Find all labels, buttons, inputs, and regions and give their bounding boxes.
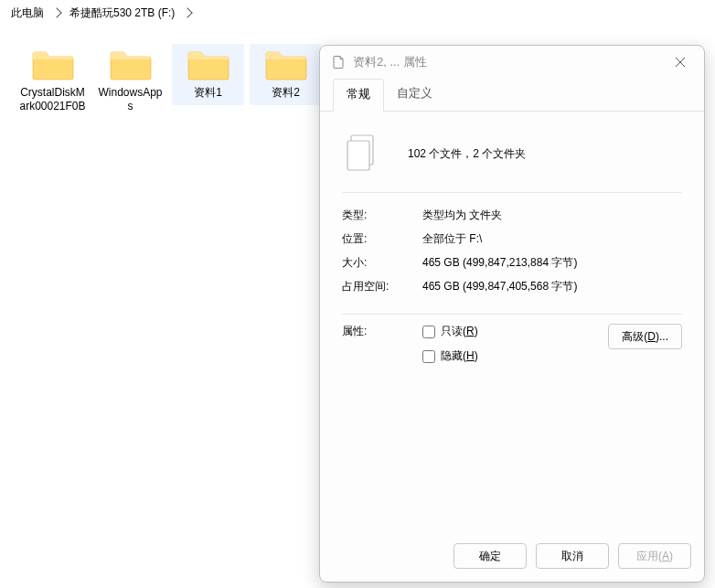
cancel-button[interactable]: 取消 xyxy=(536,543,609,569)
folder-item[interactable]: CrystalDiskMark00021F0B xyxy=(16,44,89,119)
document-icon xyxy=(331,55,346,69)
summary-text: 102 个文件，2 个文件夹 xyxy=(408,146,526,162)
readonly-checkbox-row[interactable]: 只读(R) xyxy=(422,324,478,339)
attributes-label: 属性: xyxy=(342,324,422,339)
location-value: 全部位于 F:\ xyxy=(422,231,682,247)
folder-label: WindowsApps xyxy=(96,86,165,113)
type-value: 类型均为 文件夹 xyxy=(422,208,682,223)
dialog-title-text: 资料2, ... 属性 xyxy=(353,54,667,70)
readonly-checkbox[interactable] xyxy=(422,326,435,338)
chevron-right-icon[interactable] xyxy=(183,7,193,17)
folder-label: CrystalDiskMark00021F0B xyxy=(18,86,87,113)
folder-item[interactable]: 资料1 xyxy=(172,44,244,105)
tab-custom[interactable]: 自定义 xyxy=(384,79,445,111)
hidden-checkbox-row[interactable]: 隐藏(H) xyxy=(422,348,478,364)
folder-label: 资料1 xyxy=(194,86,222,100)
folder-icon xyxy=(187,48,230,82)
breadcrumb-drive[interactable]: 希捷酷玩530 2TB (F:) xyxy=(68,4,176,23)
advanced-button[interactable]: 高级(D)... xyxy=(608,324,682,349)
disk-size-value: 465 GB (499,847,405,568 字节) xyxy=(422,279,682,294)
pages-icon xyxy=(342,132,382,176)
folder-item[interactable]: WindowsApps xyxy=(94,44,166,119)
folder-icon xyxy=(109,48,153,82)
folder-icon xyxy=(31,48,75,82)
ok-button[interactable]: 确定 xyxy=(454,543,527,569)
disk-size-label: 占用空间: xyxy=(342,279,422,294)
hidden-label: 隐藏(H) xyxy=(441,348,478,364)
close-button[interactable] xyxy=(667,49,693,75)
apply-button[interactable]: 应用(A) xyxy=(618,543,691,569)
size-value: 465 GB (499,847,213,884 字节) xyxy=(422,255,682,271)
type-label: 类型: xyxy=(342,208,422,223)
breadcrumb: 此电脑 希捷酷玩530 2TB (F:) xyxy=(0,0,715,26)
svg-rect-3 xyxy=(347,141,369,170)
tab-strip: 常规 自定义 xyxy=(320,79,704,112)
close-icon xyxy=(675,57,686,68)
dialog-body: 102 个文件，2 个文件夹 类型: 类型均为 文件夹 位置: 全部位于 F:\… xyxy=(320,112,704,532)
summary-row: 102 个文件，2 个文件夹 xyxy=(342,132,682,193)
info-group: 类型: 类型均为 文件夹 位置: 全部位于 F:\ 大小: 465 GB (49… xyxy=(342,208,682,315)
hidden-checkbox[interactable] xyxy=(422,350,435,363)
readonly-label: 只读(R) xyxy=(441,324,478,339)
chevron-right-icon[interactable] xyxy=(51,7,61,17)
size-label: 大小: xyxy=(342,255,422,271)
location-label: 位置: xyxy=(342,231,422,247)
folder-item[interactable]: 资料2 xyxy=(250,44,322,105)
folder-label: 资料2 xyxy=(272,86,300,100)
tab-general[interactable]: 常规 xyxy=(333,79,384,112)
properties-dialog: 资料2, ... 属性 常规 自定义 102 个文件，2 个文件夹 类型: 类型… xyxy=(319,45,705,583)
dialog-footer: 确定 取消 应用(A) xyxy=(320,532,704,582)
attributes-group: 属性: 只读(R) 隐藏(H) 高级(D)... xyxy=(342,324,682,383)
dialog-titlebar[interactable]: 资料2, ... 属性 xyxy=(320,46,704,79)
folder-icon xyxy=(264,48,308,82)
breadcrumb-root[interactable]: 此电脑 xyxy=(9,4,46,23)
